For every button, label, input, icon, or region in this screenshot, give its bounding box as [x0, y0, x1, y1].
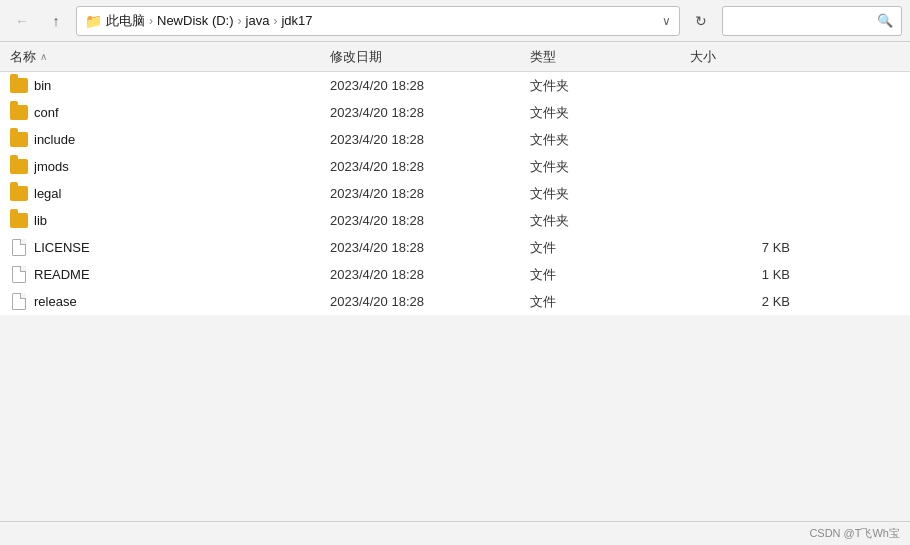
breadcrumb-item-jdk17[interactable]: jdk17 — [281, 13, 312, 28]
address-bar[interactable]: 📁 此电脑 › NewDisk (D:) › java › jdk17 ∨ — [76, 6, 680, 36]
file-date: 2023/4/20 18:28 — [330, 159, 530, 174]
table-row[interactable]: lib2023/4/20 18:28文件夹 — [0, 207, 910, 234]
breadcrumb-item-pc[interactable]: 此电脑 — [106, 12, 145, 30]
forward-button[interactable]: ↑ — [42, 7, 70, 35]
search-icon: 🔍 — [877, 13, 893, 28]
table-row[interactable]: release2023/4/20 18:28文件2 KB — [0, 288, 910, 315]
file-name: LICENSE — [34, 240, 330, 255]
col-header-size[interactable]: 大小 — [690, 48, 810, 66]
file-date: 2023/4/20 18:28 — [330, 186, 530, 201]
file-date: 2023/4/20 18:28 — [330, 213, 530, 228]
address-chevron-icon[interactable]: ∨ — [662, 14, 671, 28]
file-date: 2023/4/20 18:28 — [330, 78, 530, 93]
file-size: 1 KB — [690, 267, 810, 282]
file-icon — [10, 293, 28, 311]
folder-icon — [10, 158, 28, 176]
table-row[interactable]: LICENSE2023/4/20 18:28文件7 KB — [0, 234, 910, 261]
table-row[interactable]: conf2023/4/20 18:28文件夹 — [0, 99, 910, 126]
col-header-type[interactable]: 类型 — [530, 48, 690, 66]
file-type: 文件夹 — [530, 131, 690, 149]
file-size: 2 KB — [690, 294, 810, 309]
file-date: 2023/4/20 18:28 — [330, 267, 530, 282]
file-name: README — [34, 267, 330, 282]
file-type: 文件 — [530, 266, 690, 284]
col-header-date[interactable]: 修改日期 — [330, 48, 530, 66]
csdn-watermark: CSDN @T飞Wh宝 — [809, 526, 900, 541]
file-list: bin2023/4/20 18:28文件夹conf2023/4/20 18:28… — [0, 72, 910, 315]
folder-icon — [10, 77, 28, 95]
table-row[interactable]: legal2023/4/20 18:28文件夹 — [0, 180, 910, 207]
refresh-button[interactable]: ↻ — [686, 6, 716, 36]
table-row[interactable]: README2023/4/20 18:28文件1 KB — [0, 261, 910, 288]
titlebar: ← ↑ 📁 此电脑 › NewDisk (D:) › java › jdk17 … — [0, 0, 910, 42]
folder-icon: 📁 — [85, 13, 102, 29]
breadcrumb-sep-2: › — [238, 14, 242, 28]
search-input[interactable] — [731, 13, 873, 28]
file-icon — [10, 266, 28, 284]
breadcrumb: 此电脑 › NewDisk (D:) › java › jdk17 — [106, 12, 313, 30]
file-name: release — [34, 294, 330, 309]
file-icon — [10, 239, 28, 257]
file-date: 2023/4/20 18:28 — [330, 294, 530, 309]
breadcrumb-sep-3: › — [273, 14, 277, 28]
file-size: 7 KB — [690, 240, 810, 255]
file-type: 文件 — [530, 293, 690, 311]
statusbar: CSDN @T飞Wh宝 — [0, 521, 910, 545]
file-name: legal — [34, 186, 330, 201]
file-type: 文件夹 — [530, 158, 690, 176]
table-row[interactable]: bin2023/4/20 18:28文件夹 — [0, 72, 910, 99]
column-headers: 名称 ∧ 修改日期 类型 大小 — [0, 42, 910, 72]
file-type: 文件 — [530, 239, 690, 257]
col-sort-icon: ∧ — [40, 51, 47, 62]
file-name: bin — [34, 78, 330, 93]
file-type: 文件夹 — [530, 185, 690, 203]
folder-icon — [10, 104, 28, 122]
file-date: 2023/4/20 18:28 — [330, 240, 530, 255]
folder-icon — [10, 212, 28, 230]
file-name: conf — [34, 105, 330, 120]
search-bar[interactable]: 🔍 — [722, 6, 902, 36]
file-type: 文件夹 — [530, 77, 690, 95]
table-row[interactable]: include2023/4/20 18:28文件夹 — [0, 126, 910, 153]
table-row[interactable]: jmods2023/4/20 18:28文件夹 — [0, 153, 910, 180]
file-name: include — [34, 132, 330, 147]
col-name-label: 名称 — [10, 48, 36, 66]
file-type: 文件夹 — [530, 104, 690, 122]
file-name: lib — [34, 213, 330, 228]
file-date: 2023/4/20 18:28 — [330, 132, 530, 147]
file-name: jmods — [34, 159, 330, 174]
col-header-name[interactable]: 名称 ∧ — [10, 48, 330, 66]
folder-icon — [10, 185, 28, 203]
breadcrumb-sep-1: › — [149, 14, 153, 28]
breadcrumb-item-disk[interactable]: NewDisk (D:) — [157, 13, 234, 28]
file-date: 2023/4/20 18:28 — [330, 105, 530, 120]
folder-icon — [10, 131, 28, 149]
file-type: 文件夹 — [530, 212, 690, 230]
breadcrumb-item-java[interactable]: java — [246, 13, 270, 28]
back-button[interactable]: ← — [8, 7, 36, 35]
